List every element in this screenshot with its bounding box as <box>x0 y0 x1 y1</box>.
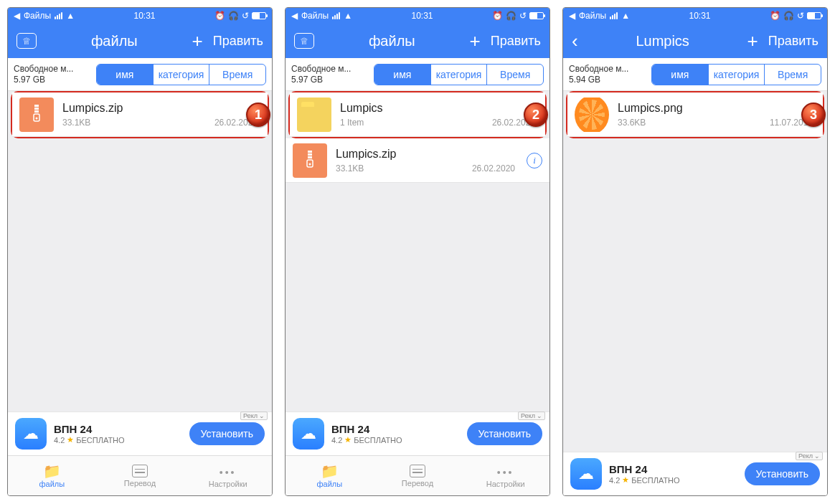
back-to-app-label[interactable]: Файлы <box>301 11 329 21</box>
back-to-app[interactable]: ◀ <box>291 11 298 21</box>
sort-category[interactable]: категория <box>154 65 210 85</box>
sort-time[interactable]: Время <box>487 65 543 85</box>
ad-subtitle: 4.2★БЕСПЛАТНО <box>331 435 460 444</box>
edit-button[interactable]: Править <box>213 34 263 49</box>
alarm-icon: ⏰ <box>770 11 780 21</box>
svg-rect-5 <box>308 151 312 153</box>
info-button[interactable]: i <box>527 153 542 168</box>
sort-time[interactable]: Время <box>209 65 265 85</box>
transfer-icon <box>410 465 425 477</box>
file-row[interactable]: Lumpics.png 33.6KB 11.07.2018 <box>567 92 823 137</box>
ad-banner[interactable]: Рекл⌄ ☁ ВПН 24 4.2★БЕСПЛАТНО Установить <box>286 412 549 455</box>
sort-segmented: имя категория Время <box>374 64 544 85</box>
battery-icon <box>252 12 266 19</box>
install-button[interactable]: Установить <box>467 422 542 445</box>
back-to-app-label[interactable]: Файлы <box>579 11 606 21</box>
ad-label[interactable]: Рекл⌄ <box>518 412 545 420</box>
status-bar: ◀ Файлы ▲ 10:31 ⏰ 🎧 ↺ <box>286 8 549 24</box>
more-icon <box>497 464 514 478</box>
transfer-icon <box>132 465 148 477</box>
edit-button[interactable]: Править <box>491 34 541 49</box>
file-list[interactable]: Lumpics.zip 33.1KB 26.02.2020 1 <box>8 91 272 412</box>
battery-icon <box>529 12 544 19</box>
file-meta-date: 26.02.2020 <box>472 163 515 173</box>
clock: 10:31 <box>412 11 433 21</box>
tab-files[interactable]: файлы <box>8 456 96 495</box>
wifi-icon: ▲ <box>621 11 630 21</box>
add-button[interactable]: + <box>192 32 203 50</box>
add-button[interactable]: + <box>747 32 758 50</box>
ad-banner[interactable]: Рекл⌄ ☁ ВПН 24 4.2★БЕСПЛАТНО Установить <box>563 452 827 495</box>
status-bar: ◀ Файлы ▲ 10:31 ⏰ 🎧 ↺ <box>563 8 827 24</box>
ad-label[interactable]: Рекл⌄ <box>240 412 268 420</box>
back-to-app[interactable]: ◀ <box>569 11 575 21</box>
alarm-icon: ⏰ <box>214 11 225 21</box>
battery-icon <box>807 12 821 19</box>
back-button[interactable]: ‹ <box>572 30 578 52</box>
sort-time[interactable]: Время <box>765 65 821 85</box>
edit-button[interactable]: Править <box>768 34 819 49</box>
file-row[interactable]: Lumpics 1 Item 26.02.2020 <box>290 92 545 137</box>
file-row[interactable]: Lumpics.zip 33.1KB 26.02.2020 <box>12 92 268 137</box>
tab-transfer[interactable]: Перевод <box>96 456 184 495</box>
free-space: Свободное м... 5.97 GB <box>14 64 89 85</box>
ad-subtitle: 4.2★БЕСПЛАТНО <box>609 475 737 485</box>
folder-icon <box>321 464 339 478</box>
ad-app-icon: ☁ <box>15 418 47 450</box>
ad-label[interactable]: Рекл⌄ <box>796 452 823 460</box>
file-meta-size: 33.1KB <box>62 118 90 128</box>
file-name: Lumpics.png <box>618 102 816 115</box>
sort-bar: Свободное м... 5.97 GB имя категория Вре… <box>286 58 549 91</box>
sort-category[interactable]: категория <box>709 65 765 85</box>
install-button[interactable]: Установить <box>745 462 820 485</box>
image-thumbnail <box>575 98 609 132</box>
sort-name[interactable]: имя <box>374 65 431 85</box>
page-title: файлы <box>369 33 415 49</box>
wifi-icon: ▲ <box>344 11 352 21</box>
file-list[interactable]: Lumpics.png 33.6KB 11.07.2018 3 <box>563 91 827 452</box>
ad-app-icon: ☁ <box>570 458 602 490</box>
ad-title: ВПН 24 <box>54 423 182 435</box>
sort-bar: Свободное м... 5.97 GB имя категория Вре… <box>8 58 272 91</box>
install-button[interactable]: Установить <box>189 422 265 445</box>
back-to-app-label[interactable]: Файлы <box>24 11 51 21</box>
free-space: Свободное м... 5.94 GB <box>569 64 644 85</box>
headphones-icon: 🎧 <box>783 11 794 21</box>
zip-icon <box>19 98 54 132</box>
alarm-icon: ⏰ <box>492 11 503 21</box>
nav-bar: ‹ Lumpics + Править <box>563 24 827 58</box>
tab-settings[interactable]: Настройки <box>461 456 549 495</box>
tab-settings[interactable]: Настройки <box>184 456 272 495</box>
file-list[interactable]: Lumpics 1 Item 26.02.2020 2 Lumpics.zip … <box>286 91 549 412</box>
crown-button[interactable]: ♕ <box>16 33 37 49</box>
highlight-frame: Lumpics 1 Item 26.02.2020 <box>288 91 547 138</box>
signal-icon <box>332 12 340 19</box>
highlight-frame: Lumpics.zip 33.1KB 26.02.2020 <box>11 91 269 138</box>
page-title: файлы <box>91 33 138 49</box>
sort-name[interactable]: имя <box>652 65 709 85</box>
sort-name[interactable]: имя <box>97 65 154 85</box>
signal-icon <box>55 12 62 19</box>
crown-button[interactable]: ♕ <box>294 33 314 49</box>
file-name: Lumpics.zip <box>336 148 518 161</box>
sort-segmented: имя категория Время <box>651 64 821 85</box>
svg-point-9 <box>309 163 311 165</box>
sort-category[interactable]: категория <box>431 65 488 85</box>
tab-files[interactable]: файлы <box>286 456 374 495</box>
svg-rect-0 <box>34 105 39 107</box>
headphones-icon: 🎧 <box>506 11 516 21</box>
file-row[interactable]: Lumpics.zip 33.1KB 26.02.2020 i <box>286 138 549 183</box>
add-button[interactable]: + <box>470 32 481 50</box>
clock: 10:31 <box>689 11 711 21</box>
svg-rect-6 <box>308 153 312 156</box>
free-space: Свободное м... 5.97 GB <box>291 64 367 85</box>
tab-transfer[interactable]: Перевод <box>374 456 462 495</box>
step-badge: 2 <box>524 103 548 127</box>
zip-icon <box>293 143 327 178</box>
signal-icon <box>610 12 618 19</box>
sort-bar: Свободное м... 5.94 GB имя категория Вре… <box>563 58 827 91</box>
folder-icon <box>43 464 61 478</box>
screen-3: ◀ Файлы ▲ 10:31 ⏰ 🎧 ↺ ‹ Lumpics + <box>562 7 828 496</box>
back-to-app[interactable]: ◀ <box>14 11 20 21</box>
ad-banner[interactable]: Рекл⌄ ☁ ВПН 24 4.2★БЕСПЛАТНО Установить <box>8 412 272 455</box>
